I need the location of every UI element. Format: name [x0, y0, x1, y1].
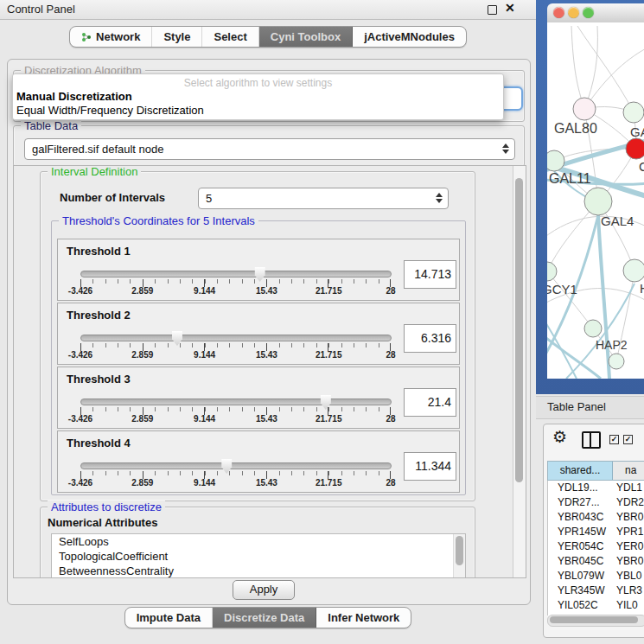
- slider-track[interactable]: [80, 462, 392, 469]
- network-node-gal4[interactable]: [584, 188, 612, 215]
- tick-label: 9.144: [194, 414, 215, 424]
- cell-shared-name[interactable]: YLR345W: [548, 583, 613, 598]
- split-view-icon[interactable]: [582, 431, 601, 449]
- close-traffic-light-icon[interactable]: [553, 7, 564, 18]
- tab-select[interactable]: Select: [202, 27, 258, 47]
- zoom-traffic-light-icon[interactable]: [583, 7, 594, 18]
- cell-name[interactable]: YBR0: [613, 554, 644, 569]
- cell-name[interactable]: YBL0: [613, 569, 644, 583]
- network-node-hap2[interactable]: [584, 320, 602, 337]
- cell-shared-name[interactable]: YPR145W: [548, 525, 613, 539]
- attribute-list-item[interactable]: TopologicalCoefficient: [52, 549, 465, 564]
- cell-shared-name[interactable]: YIL052C: [548, 598, 613, 613]
- vertical-scrollbar[interactable]: [513, 166, 526, 577]
- network-node[interactable]: [609, 354, 624, 369]
- cell-shared-name[interactable]: YBL079W: [548, 569, 613, 583]
- threshold-value-field[interactable]: 6.316: [404, 324, 456, 353]
- table-header-row: shared... na: [547, 461, 644, 481]
- slider-track[interactable]: [80, 271, 392, 277]
- tab-style[interactable]: Style: [152, 27, 202, 47]
- cell-name[interactable]: YDL1: [613, 481, 644, 495]
- attribute-list-item[interactable]: BetweennessCentrality: [52, 564, 465, 578]
- cell-shared-name[interactable]: YDR27...: [548, 495, 613, 510]
- slider-tick-labels: -3.4262.8599.14415.4321.71528: [80, 478, 391, 488]
- table-row[interactable]: YER054CYER0: [548, 539, 644, 554]
- network-window-titlebar[interactable]: [547, 3, 644, 23]
- cell-shared-name[interactable]: YBR045C: [548, 554, 613, 569]
- scrollbar-thumb[interactable]: [515, 178, 523, 482]
- gear-icon[interactable]: ⚙: [552, 427, 567, 447]
- tick-label: 15.43: [256, 350, 277, 360]
- scrollbar-thumb[interactable]: [550, 616, 638, 623]
- table-panel-titlebar: Table Panel: [536, 396, 644, 419]
- attributes-group: Attributes to discretize Numerical Attri…: [40, 507, 475, 578]
- bottom-tab-discretize-data[interactable]: Discretize Data: [213, 608, 316, 628]
- threshold-row: Threshold 2-3.4262.8599.14415.4321.71528…: [57, 303, 460, 365]
- table-row[interactable]: YDL19...YDL1: [548, 481, 644, 495]
- table-row[interactable]: YBR045CYBR0: [548, 554, 644, 569]
- table-row[interactable]: YBR043CYBR0: [548, 510, 644, 525]
- threshold-value-field[interactable]: 21.4: [404, 388, 456, 417]
- cell-name[interactable]: YBR0: [613, 510, 644, 525]
- horizontal-scrollbar[interactable]: [547, 615, 644, 627]
- num-intervals-combo[interactable]: 5: [198, 188, 449, 209]
- table-data-combo[interactable]: galFiltered.sif default node: [24, 138, 515, 160]
- numerical-attributes-list[interactable]: SelfLoopsTopologicalCoefficientBetweenne…: [51, 533, 466, 578]
- control-panel-titlebar: Control Panel ✕: [0, 0, 536, 20]
- dropdown-option-equal-width[interactable]: Equal Width/Frequency Discretization: [16, 104, 204, 117]
- algorithm-dropdown-popup: Select algorithm to view settings Manual…: [12, 73, 504, 120]
- tick-label: 15.43: [256, 478, 277, 488]
- table-row[interactable]: YBL079WYBL0: [548, 569, 644, 583]
- cell-shared-name[interactable]: YBR043C: [548, 510, 613, 525]
- network-node-gcy1[interactable]: [547, 262, 557, 281]
- close-icon[interactable]: ✕: [505, 1, 515, 15]
- minimize-traffic-light-icon[interactable]: [568, 7, 579, 18]
- tick-label: 9.144: [194, 286, 215, 296]
- table-row[interactable]: YDR27...YDR2: [548, 495, 644, 510]
- tab-label: Cyni Toolbox: [271, 30, 341, 43]
- network-canvas[interactable]: GAL80GACGAL11GAL4GCY1HHAP2: [547, 22, 644, 379]
- bottom-tab-infer-network[interactable]: Infer Network: [316, 608, 411, 628]
- tab-label: Network: [96, 30, 140, 43]
- bottom-tab-bar: Impute DataDiscretize DataInfer Network: [0, 607, 536, 628]
- cell-name[interactable]: YER0: [613, 539, 644, 554]
- node-label: H: [640, 281, 644, 296]
- node-label: GAL4: [601, 214, 634, 228]
- threshold-value-field[interactable]: 11.344: [404, 452, 456, 481]
- tab-network[interactable]: Network: [70, 27, 152, 47]
- tab-jactivemnodules[interactable]: jActiveMNodules: [353, 27, 466, 47]
- table-row[interactable]: YIL052CYIL0: [548, 598, 644, 613]
- network-node-gal11[interactable]: [547, 150, 564, 171]
- float-window-icon[interactable]: [488, 5, 497, 15]
- scrollbar-thumb[interactable]: [456, 536, 463, 565]
- column-header-shared-name[interactable]: shared...: [548, 462, 613, 480]
- cell-name[interactable]: YLR3: [613, 583, 644, 598]
- checkbox-icon[interactable]: ✓: [609, 435, 619, 444]
- table-row[interactable]: YLR345WYLR3: [548, 583, 644, 598]
- tab-cyni-toolbox[interactable]: Cyni Toolbox: [259, 27, 353, 47]
- cell-shared-name[interactable]: YER054C: [548, 539, 613, 554]
- network-node-ga[interactable]: [623, 102, 644, 123]
- slider-tick-labels: -3.4262.8599.14415.4321.71528: [80, 414, 391, 424]
- bottom-tab-impute-data[interactable]: Impute Data: [125, 608, 213, 628]
- table-row[interactable]: YPR145WYPR1: [548, 525, 644, 539]
- attributes-scrollbar[interactable]: [453, 534, 465, 578]
- slider-track[interactable]: [80, 335, 392, 341]
- network-node-c[interactable]: [626, 138, 644, 159]
- slider-track[interactable]: [80, 399, 392, 405]
- apply-button[interactable]: Apply: [233, 580, 295, 600]
- cell-name[interactable]: YDR2: [613, 495, 644, 510]
- threshold-value-field[interactable]: 14.713: [404, 260, 456, 289]
- tab-label: jActiveMNodules: [364, 30, 455, 43]
- tick-label: 2.859: [131, 478, 153, 488]
- threshold-row: Threshold 3-3.4262.8599.14415.4321.71528…: [57, 367, 460, 429]
- cell-name[interactable]: YPR1: [613, 525, 644, 539]
- network-node-h[interactable]: [623, 259, 644, 282]
- network-node-gal80[interactable]: [573, 98, 596, 120]
- attribute-list-item[interactable]: SelfLoops: [52, 534, 465, 549]
- cell-shared-name[interactable]: YDL19...: [548, 481, 613, 495]
- dropdown-option-manual[interactable]: Manual Discretization: [16, 90, 132, 103]
- cell-name[interactable]: YIL0: [613, 598, 644, 613]
- column-header-name[interactable]: na: [613, 462, 644, 480]
- checkbox-icon[interactable]: ✓: [623, 435, 633, 444]
